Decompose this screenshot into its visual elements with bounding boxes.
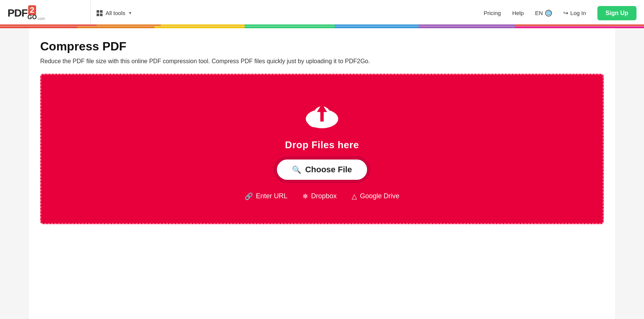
dropbox-icon: ❄ — [302, 192, 308, 201]
all-tools-button[interactable]: All tools ▼ — [90, 0, 138, 26]
dropbox-link[interactable]: ❄ Dropbox — [302, 192, 337, 201]
signup-button[interactable]: Sign Up — [597, 6, 636, 20]
lang-label: EN — [535, 10, 543, 16]
logo-go-text: GO — [27, 14, 37, 21]
enter-url-label: Enter URL — [256, 192, 287, 200]
choose-file-label: Choose File — [305, 165, 352, 175]
cloud-upload-icon — [301, 98, 343, 132]
logo-pdf-text: PDF — [8, 7, 27, 19]
enter-url-link[interactable]: 🔗 Enter URL — [245, 192, 287, 201]
header-nav: Pricing Help EN 🌐 ↪ Log In Sign Up — [484, 6, 636, 20]
choose-file-button[interactable]: 🔍 Choose File — [276, 158, 368, 181]
all-tools-label: All tools — [106, 10, 125, 16]
google-drive-link[interactable]: △ Google Drive — [352, 192, 399, 201]
google-drive-label: Google Drive — [360, 192, 399, 200]
upload-area[interactable]: Drop Files here 🔍 Choose File 🔗 Enter UR… — [40, 74, 604, 224]
main-content: Compress PDF Reduce the PDF file size wi… — [29, 28, 615, 319]
header: PDF 2 GO .com All tools ▼ Pricing Help E… — [0, 0, 644, 26]
language-button[interactable]: EN 🌐 — [535, 10, 552, 17]
search-icon: 🔍 — [292, 165, 301, 174]
logo-link[interactable]: PDF 2 GO .com — [8, 5, 45, 21]
link-icon: 🔗 — [245, 192, 253, 201]
logo-com-text: .com — [37, 17, 45, 21]
logo-2go-container: 2 GO — [27, 5, 37, 21]
login-label: Log In — [570, 10, 586, 16]
page-title: Compress PDF — [40, 39, 604, 53]
grid-icon — [97, 10, 103, 16]
help-link[interactable]: Help — [512, 10, 524, 16]
chevron-down-icon: ▼ — [128, 11, 132, 15]
drop-files-text: Drop Files here — [285, 139, 359, 151]
page-description: Reduce the PDF file size with this onlin… — [40, 58, 604, 65]
globe-icon: 🌐 — [545, 10, 552, 17]
login-button[interactable]: ↪ Log In — [563, 9, 586, 17]
logo-area: PDF 2 GO .com — [8, 5, 83, 21]
login-arrow-icon: ↪ — [563, 9, 568, 17]
source-links: 🔗 Enter URL ❄ Dropbox △ Google Drive — [245, 192, 399, 201]
google-drive-icon: △ — [352, 192, 357, 201]
dropbox-label: Dropbox — [311, 192, 337, 200]
pricing-link[interactable]: Pricing — [484, 10, 501, 16]
